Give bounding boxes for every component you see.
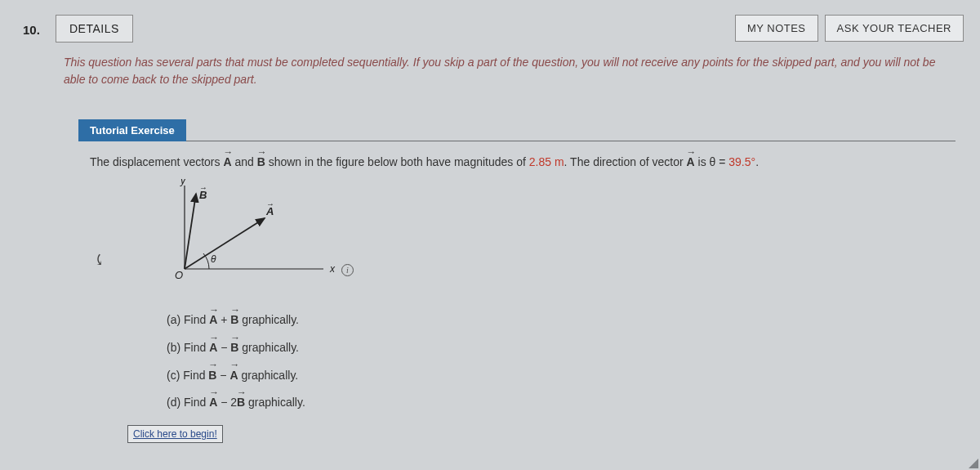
svg-text:→
          B: → B [199,181,211,201]
text: . [755,155,759,168]
vector-figure: ⤹ x y O θ [127,179,340,293]
vector-A: A [223,153,231,171]
info-icon[interactable]: i [341,264,354,276]
details-button[interactable]: DETAILS [56,15,133,43]
svg-text:x: x [329,263,336,275]
svg-text:O: O [175,269,183,281]
svg-line-5 [185,218,265,269]
vector-A: A [209,389,217,417]
resize-handle-icon[interactable] [969,459,978,468]
cursor-icon: ⤹ [93,251,105,269]
vector-B: B [257,153,265,171]
problem-statement: The displacement vectors A and B shown i… [78,141,956,176]
tutorial-exercise-tab: Tutorial Exercise [78,119,186,141]
part-b: (b) Find A − B graphically. [167,334,956,362]
question-parts: (a) Find A + B graphically. (b) Find A −… [78,302,956,416]
text: shown in the figure below both have magn… [265,155,529,168]
part-a: (a) Find A + B graphically. [167,307,956,334]
text: is θ = [695,155,729,168]
svg-text:θ: θ [211,253,216,265]
my-notes-button[interactable]: MY NOTES [735,15,818,42]
text: and [232,155,257,168]
angle-value: 39.5° [728,155,755,168]
begin-button[interactable]: Click here to begin! [127,425,223,443]
question-number: 10. [23,15,56,37]
ask-teacher-button[interactable]: ASK YOUR TEACHER [825,15,964,42]
part-c: (c) Find B − A graphically. [167,362,956,390]
part-d: (d) Find A − 2B graphically. [167,389,956,417]
text: . The direction of vector [564,155,687,168]
svg-text:→
          A: → A [265,197,278,217]
text: The displacement vectors [90,155,223,168]
sequential-warning: This question has several parts that mus… [64,54,956,103]
magnitude-value: 2.85 m [529,155,564,168]
svg-text:y: y [180,179,186,186]
vector-B: B [237,389,245,417]
svg-line-6 [185,194,196,269]
vector-A: A [687,153,695,171]
